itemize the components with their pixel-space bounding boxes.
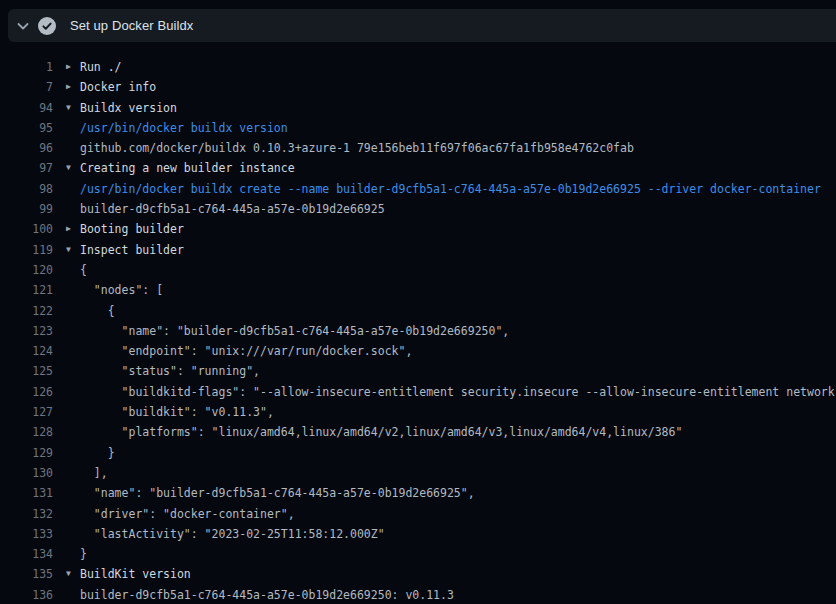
caret-spacer: [53, 585, 80, 604]
output-text: "lastActivity": "2023-02-25T11:58:12.000…: [80, 524, 385, 544]
output-text: {: [80, 301, 115, 321]
line-number[interactable]: 7: [0, 77, 53, 97]
log-line: 128 "platforms": "linux/amd64,linux/amd6…: [0, 422, 836, 442]
line-number[interactable]: 122: [0, 301, 53, 321]
command-text: /usr/bin/docker buildx create --name bui…: [80, 179, 821, 199]
line-number[interactable]: 136: [0, 585, 53, 604]
log-line: 134}: [0, 544, 836, 564]
group-title: Docker info: [80, 77, 156, 97]
caret-spacer: [53, 179, 80, 199]
output-text: "status": "running",: [80, 361, 260, 381]
log-line: 131 "name": "builder-d9cfb5a1-c764-445a-…: [0, 483, 836, 503]
caret-spacer: [53, 260, 80, 280]
log-group-row[interactable]: 135▼BuildKit version: [0, 564, 836, 584]
line-number[interactable]: 100: [0, 219, 53, 239]
log-group-row[interactable]: 100▶Booting builder: [0, 219, 836, 239]
chevron-down-icon[interactable]: [15, 18, 31, 34]
caret-spacer: [53, 361, 80, 381]
log-line: 95/usr/bin/docker buildx version: [0, 118, 836, 138]
log-line: 127 "buildkit": "v0.11.3",: [0, 402, 836, 422]
step-success-icon: [38, 17, 56, 35]
group-title: Booting builder: [80, 219, 184, 239]
log-line: 120{: [0, 260, 836, 280]
output-text: "nodes": [: [80, 280, 163, 300]
line-number[interactable]: 128: [0, 422, 53, 442]
output-text: "name": "builder-d9cfb5a1-c764-445a-a57e…: [80, 321, 509, 341]
group-title: Creating a new builder instance: [80, 158, 295, 178]
caret-spacer: [53, 199, 80, 219]
log-line: 98/usr/bin/docker buildx create --name b…: [0, 179, 836, 199]
caret-expanded-icon[interactable]: ▼: [53, 240, 80, 260]
caret-expanded-icon[interactable]: ▼: [53, 98, 80, 118]
log-group-row[interactable]: 94▼Buildx version: [0, 98, 836, 118]
line-number[interactable]: 131: [0, 483, 53, 503]
log-line: 129 }: [0, 443, 836, 463]
output-text: }: [80, 443, 115, 463]
line-number[interactable]: 98: [0, 179, 53, 199]
step-title: Set up Docker Buildx: [70, 18, 193, 33]
log-line: 121 "nodes": [: [0, 280, 836, 300]
line-number[interactable]: 134: [0, 544, 53, 564]
caret-spacer: [53, 382, 80, 402]
caret-spacer: [53, 544, 80, 564]
line-number[interactable]: 127: [0, 402, 53, 422]
output-text: builder-d9cfb5a1-c764-445a-a57e-0b19d2e6…: [80, 585, 454, 604]
log-group-row[interactable]: 7▶Docker info: [0, 77, 836, 97]
caret-spacer: [53, 422, 80, 442]
caret-spacer: [53, 301, 80, 321]
group-title: Run ./: [80, 57, 122, 77]
output-text: github.com/docker/buildx 0.10.3+azure-1 …: [80, 138, 634, 158]
group-title: Inspect builder: [80, 240, 184, 260]
caret-spacer: [53, 402, 80, 422]
log-line: 124 "endpoint": "unix:///var/run/docker.…: [0, 341, 836, 361]
line-number[interactable]: 97: [0, 158, 53, 178]
output-text: "name": "builder-d9cfb5a1-c764-445a-a57e…: [80, 483, 475, 503]
log-line: 123 "name": "builder-d9cfb5a1-c764-445a-…: [0, 321, 836, 341]
caret-spacer: [53, 321, 80, 341]
group-title: Buildx version: [80, 98, 177, 118]
caret-collapsed-icon[interactable]: ▶: [53, 219, 80, 239]
log-line: 125 "status": "running",: [0, 361, 836, 381]
line-number[interactable]: 132: [0, 504, 53, 524]
output-text: "endpoint": "unix:///var/run/docker.sock…: [80, 341, 412, 361]
line-number[interactable]: 99: [0, 199, 53, 219]
caret-expanded-icon[interactable]: ▼: [53, 158, 80, 178]
caret-expanded-icon[interactable]: ▼: [53, 564, 80, 584]
line-number[interactable]: 126: [0, 382, 53, 402]
line-number[interactable]: 1: [0, 57, 53, 77]
caret-spacer: [53, 524, 80, 544]
caret-spacer: [53, 280, 80, 300]
line-number[interactable]: 133: [0, 524, 53, 544]
line-number[interactable]: 123: [0, 321, 53, 341]
line-number[interactable]: 95: [0, 118, 53, 138]
line-number[interactable]: 125: [0, 361, 53, 381]
line-number[interactable]: 121: [0, 280, 53, 300]
log-lines: 1▶Run ./7▶Docker info94▼Buildx version95…: [0, 57, 836, 604]
output-text: {: [80, 260, 87, 280]
log-line: 126 "buildkitd-flags": "--allow-insecure…: [0, 382, 836, 402]
log-line: 99builder-d9cfb5a1-c764-445a-a57e-0b19d2…: [0, 199, 836, 219]
line-number[interactable]: 119: [0, 240, 53, 260]
line-number[interactable]: 120: [0, 260, 53, 280]
log-line: 96github.com/docker/buildx 0.10.3+azure-…: [0, 138, 836, 158]
command-text: /usr/bin/docker buildx version: [80, 118, 288, 138]
line-number[interactable]: 129: [0, 443, 53, 463]
caret-collapsed-icon[interactable]: ▶: [53, 77, 80, 97]
log-line: 136builder-d9cfb5a1-c764-445a-a57e-0b19d…: [0, 585, 836, 604]
caret-collapsed-icon[interactable]: ▶: [53, 57, 80, 77]
actions-log-viewer: Set up Docker Buildx 1▶Run ./7▶Docker in…: [0, 0, 836, 604]
output-text: }: [80, 544, 87, 564]
line-number[interactable]: 130: [0, 463, 53, 483]
log-group-row[interactable]: 119▼Inspect builder: [0, 240, 836, 260]
log-line: 130 ],: [0, 463, 836, 483]
line-number[interactable]: 94: [0, 98, 53, 118]
log-group-row[interactable]: 97▼Creating a new builder instance: [0, 158, 836, 178]
caret-spacer: [53, 443, 80, 463]
line-number[interactable]: 124: [0, 341, 53, 361]
line-number[interactable]: 96: [0, 138, 53, 158]
output-text: "driver": "docker-container",: [80, 504, 295, 524]
line-number[interactable]: 135: [0, 564, 53, 584]
log-group-row[interactable]: 1▶Run ./: [0, 57, 836, 77]
step-header[interactable]: Set up Docker Buildx: [8, 9, 836, 42]
caret-spacer: [53, 118, 80, 138]
